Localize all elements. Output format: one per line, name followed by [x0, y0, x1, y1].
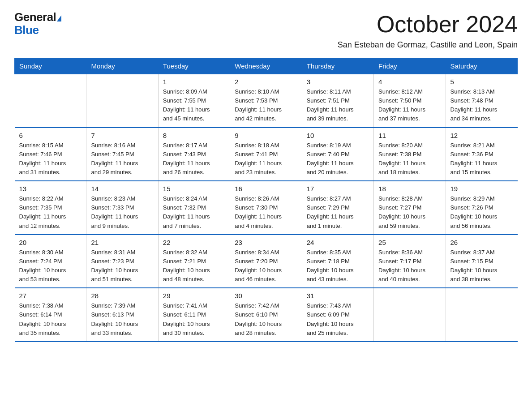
day-info: Sunrise: 8:30 AMSunset: 7:24 PMDaylight:… — [19, 248, 82, 284]
day-number: 20 — [19, 239, 82, 246]
day-info: Sunrise: 8:29 AMSunset: 7:26 PMDaylight:… — [450, 194, 513, 231]
calendar-cell: 14Sunrise: 8:23 AMSunset: 7:33 PMDayligh… — [86, 181, 158, 235]
calendar-cell: 5Sunrise: 8:13 AMSunset: 7:48 PMDaylight… — [446, 74, 517, 128]
logo-general-text: General — [14, 10, 56, 24]
day-info: Sunrise: 8:22 AMSunset: 7:35 PMDaylight:… — [19, 194, 82, 231]
day-info: Sunrise: 8:35 AMSunset: 7:18 PMDaylight:… — [307, 248, 369, 284]
day-number: 8 — [163, 132, 225, 139]
day-info: Sunrise: 8:34 AMSunset: 7:20 PMDaylight:… — [235, 248, 297, 284]
page-title: October 2024 — [377, 11, 518, 38]
day-info: Sunrise: 8:19 AMSunset: 7:40 PMDaylight:… — [307, 141, 369, 177]
day-number: 16 — [235, 185, 297, 193]
calendar-week-row: 1Sunrise: 8:09 AMSunset: 7:55 PMDaylight… — [15, 74, 518, 128]
calendar-cell: 31Sunrise: 7:43 AMSunset: 6:09 PMDayligh… — [302, 288, 373, 342]
calendar-cell: 30Sunrise: 7:42 AMSunset: 6:10 PMDayligh… — [230, 288, 302, 342]
calendar-cell: 16Sunrise: 8:26 AMSunset: 7:30 PMDayligh… — [230, 181, 302, 235]
calendar-cell: 18Sunrise: 8:28 AMSunset: 7:27 PMDayligh… — [374, 181, 446, 235]
day-info: Sunrise: 8:16 AMSunset: 7:45 PMDaylight:… — [91, 141, 153, 177]
day-info: Sunrise: 8:21 AMSunset: 7:36 PMDaylight:… — [450, 141, 513, 177]
day-info: Sunrise: 8:11 AMSunset: 7:51 PMDaylight:… — [307, 87, 369, 124]
day-number: 28 — [91, 292, 153, 300]
day-number: 10 — [307, 132, 369, 139]
day-info: Sunrise: 7:41 AMSunset: 6:11 PMDaylight:… — [163, 301, 225, 338]
day-number: 26 — [450, 239, 513, 246]
day-number: 30 — [235, 292, 297, 300]
calendar-header: SundayMondayTuesdayWednesdayThursdayFrid… — [15, 58, 518, 74]
calendar-cell: 6Sunrise: 8:15 AMSunset: 7:46 PMDaylight… — [15, 128, 86, 181]
day-number: 24 — [307, 239, 369, 246]
day-number: 3 — [307, 78, 369, 86]
calendar-cell: 27Sunrise: 7:38 AMSunset: 6:14 PMDayligh… — [15, 288, 86, 342]
day-info: Sunrise: 8:27 AMSunset: 7:29 PMDaylight:… — [307, 194, 369, 231]
calendar-cell: 21Sunrise: 8:31 AMSunset: 7:23 PMDayligh… — [86, 235, 158, 288]
day-info: Sunrise: 8:31 AMSunset: 7:23 PMDaylight:… — [91, 248, 153, 284]
day-info: Sunrise: 7:43 AMSunset: 6:09 PMDaylight:… — [307, 301, 369, 338]
day-number: 23 — [235, 239, 297, 246]
calendar-cell: 15Sunrise: 8:24 AMSunset: 7:32 PMDayligh… — [158, 181, 230, 235]
day-info: Sunrise: 8:37 AMSunset: 7:15 PMDaylight:… — [450, 248, 513, 284]
day-info: Sunrise: 7:39 AMSunset: 6:13 PMDaylight:… — [91, 301, 153, 338]
day-of-week-header: Monday — [86, 58, 158, 74]
day-number: 5 — [450, 78, 513, 86]
calendar-cell — [446, 288, 517, 342]
day-of-week-header: Sunday — [15, 58, 86, 74]
days-of-week-row: SundayMondayTuesdayWednesdayThursdayFrid… — [15, 58, 518, 74]
calendar-cell: 26Sunrise: 8:37 AMSunset: 7:15 PMDayligh… — [446, 235, 517, 288]
calendar-cell: 28Sunrise: 7:39 AMSunset: 6:13 PMDayligh… — [86, 288, 158, 342]
calendar-cell: 13Sunrise: 8:22 AMSunset: 7:35 PMDayligh… — [15, 181, 86, 235]
calendar-cell: 12Sunrise: 8:21 AMSunset: 7:36 PMDayligh… — [446, 128, 517, 181]
day-info: Sunrise: 8:09 AMSunset: 7:55 PMDaylight:… — [163, 87, 225, 124]
day-number: 14 — [91, 185, 153, 193]
logo-triangle-icon — [57, 15, 61, 21]
day-info: Sunrise: 8:18 AMSunset: 7:41 PMDaylight:… — [235, 141, 297, 177]
day-info: Sunrise: 8:12 AMSunset: 7:50 PMDaylight:… — [378, 87, 441, 124]
day-info: Sunrise: 8:36 AMSunset: 7:17 PMDaylight:… — [378, 248, 441, 284]
calendar-cell: 25Sunrise: 8:36 AMSunset: 7:17 PMDayligh… — [374, 235, 446, 288]
day-number: 27 — [19, 292, 82, 300]
day-of-week-header: Tuesday — [158, 58, 230, 74]
day-info: Sunrise: 8:20 AMSunset: 7:38 PMDaylight:… — [378, 141, 441, 177]
calendar-week-row: 27Sunrise: 7:38 AMSunset: 6:14 PMDayligh… — [15, 288, 518, 342]
page-subtitle: San Esteban de Gormaz, Castille and Leon… — [14, 40, 518, 50]
day-info: Sunrise: 7:38 AMSunset: 6:14 PMDaylight:… — [19, 301, 82, 338]
calendar-week-row: 13Sunrise: 8:22 AMSunset: 7:35 PMDayligh… — [15, 181, 518, 235]
calendar-cell: 10Sunrise: 8:19 AMSunset: 7:40 PMDayligh… — [302, 128, 373, 181]
day-number: 7 — [91, 132, 153, 139]
calendar-cell — [86, 74, 158, 128]
calendar-cell: 11Sunrise: 8:20 AMSunset: 7:38 PMDayligh… — [374, 128, 446, 181]
calendar-week-row: 20Sunrise: 8:30 AMSunset: 7:24 PMDayligh… — [15, 235, 518, 288]
logo: General Blue — [14, 11, 61, 36]
day-info: Sunrise: 8:15 AMSunset: 7:46 PMDaylight:… — [19, 141, 82, 177]
day-number: 13 — [19, 185, 82, 193]
calendar-table: SundayMondayTuesdayWednesdayThursdayFrid… — [14, 58, 518, 342]
calendar-cell: 8Sunrise: 8:17 AMSunset: 7:43 PMDaylight… — [158, 128, 230, 181]
calendar-cell: 17Sunrise: 8:27 AMSunset: 7:29 PMDayligh… — [302, 181, 373, 235]
day-info: Sunrise: 8:28 AMSunset: 7:27 PMDaylight:… — [378, 194, 441, 231]
day-info: Sunrise: 8:26 AMSunset: 7:30 PMDaylight:… — [235, 194, 297, 231]
calendar-cell — [15, 74, 86, 128]
day-info: Sunrise: 8:24 AMSunset: 7:32 PMDaylight:… — [163, 194, 225, 231]
day-number: 4 — [378, 78, 441, 86]
day-of-week-header: Friday — [374, 58, 446, 74]
day-number: 19 — [450, 185, 513, 193]
day-info: Sunrise: 7:42 AMSunset: 6:10 PMDaylight:… — [235, 301, 297, 338]
day-of-week-header: Wednesday — [230, 58, 302, 74]
day-number: 9 — [235, 132, 297, 139]
day-number: 18 — [378, 185, 441, 193]
calendar-cell: 9Sunrise: 8:18 AMSunset: 7:41 PMDaylight… — [230, 128, 302, 181]
day-of-week-header: Saturday — [446, 58, 517, 74]
calendar-cell: 7Sunrise: 8:16 AMSunset: 7:45 PMDaylight… — [86, 128, 158, 181]
day-number: 17 — [307, 185, 369, 193]
day-number: 6 — [19, 132, 82, 139]
calendar-cell — [374, 288, 446, 342]
day-info: Sunrise: 8:32 AMSunset: 7:21 PMDaylight:… — [163, 248, 225, 284]
day-info: Sunrise: 8:23 AMSunset: 7:33 PMDaylight:… — [91, 194, 153, 231]
calendar-cell: 2Sunrise: 8:10 AMSunset: 7:53 PMDaylight… — [230, 74, 302, 128]
calendar-cell: 23Sunrise: 8:34 AMSunset: 7:20 PMDayligh… — [230, 235, 302, 288]
calendar-cell: 20Sunrise: 8:30 AMSunset: 7:24 PMDayligh… — [15, 235, 86, 288]
day-info: Sunrise: 8:17 AMSunset: 7:43 PMDaylight:… — [163, 141, 225, 177]
day-number: 29 — [163, 292, 225, 300]
calendar-body: 1Sunrise: 8:09 AMSunset: 7:55 PMDaylight… — [15, 74, 518, 342]
calendar-cell: 29Sunrise: 7:41 AMSunset: 6:11 PMDayligh… — [158, 288, 230, 342]
day-number: 22 — [163, 239, 225, 246]
